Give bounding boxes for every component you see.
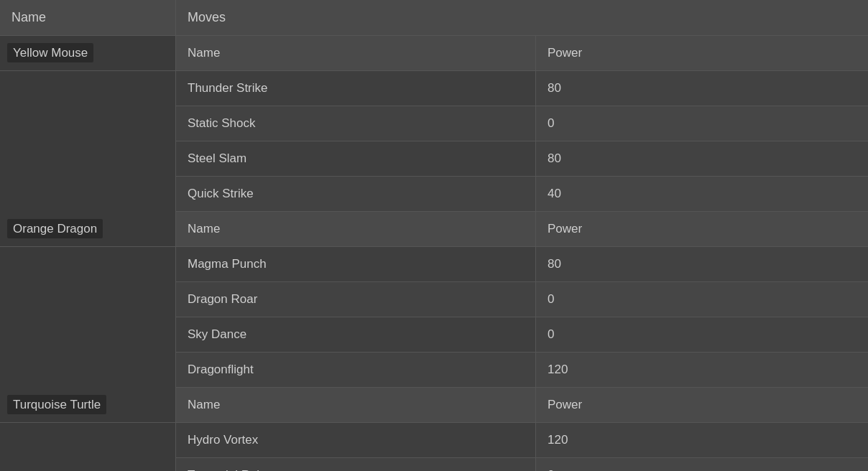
creature-block-0: Yellow MouseNamePowerThunder Strike80Sta… (0, 36, 868, 212)
move-name-0-1: Static Shock (176, 106, 536, 141)
main-name-header: Name (0, 0, 176, 35)
moves-section-1: NamePowerMagma Punch80Dragon Roar0Sky Da… (176, 212, 868, 388)
creature-name-wrapper-1: Orange Dragon (0, 212, 176, 388)
move-name-1-1: Dragon Roar (176, 282, 536, 317)
move-row-2-0: Hydro Vortex120 (176, 423, 868, 458)
creature-name-inner-2: Turquoise Turtle (0, 388, 175, 423)
moves-header-0: NamePower (176, 36, 868, 71)
move-row-0-0: Thunder Strike80 (176, 71, 868, 106)
move-row-0-2: Steel Slam80 (176, 141, 868, 177)
main-header-row: Name Moves (0, 0, 868, 36)
move-row-1-1: Dragon Roar0 (176, 282, 868, 317)
move-power-1-0: 80 (536, 247, 868, 281)
moves-header-1: NamePower (176, 212, 868, 247)
move-name-0-2: Steel Slam (176, 141, 536, 176)
moves-section-0: NamePowerThunder Strike80Static Shock0St… (176, 36, 868, 212)
creature-name-2: Turquoise Turtle (7, 395, 106, 414)
move-power-1-1: 0 (536, 282, 868, 317)
creature-name-inner-1: Orange Dragon (0, 212, 175, 247)
move-name-1-0: Magma Punch (176, 247, 536, 281)
creature-name-inner-0: Yellow Mouse (0, 36, 175, 71)
creature-name-0: Yellow Mouse (7, 43, 93, 62)
move-name-0-0: Thunder Strike (176, 71, 536, 106)
creature-name-1: Orange Dragon (7, 219, 103, 238)
move-power-0-3: 40 (536, 177, 868, 211)
move-row-0-1: Static Shock0 (176, 106, 868, 141)
move-power-2-0: 120 (536, 423, 868, 457)
move-row-1-0: Magma Punch80 (176, 247, 868, 282)
move-name-0-3: Quick Strike (176, 177, 536, 211)
moves-header-2: NamePower (176, 388, 868, 423)
moves-name-header-2: Name (176, 388, 536, 422)
main-table: Name Moves Yellow MouseNamePowerThunder … (0, 0, 868, 471)
move-row-2-1: Torrential Rain0 (176, 458, 868, 471)
move-name-1-3: Dragonflight (176, 353, 536, 387)
creature-block-2: Turquoise TurtleNamePowerHydro Vortex120… (0, 388, 868, 471)
moves-power-header-1: Power (536, 212, 868, 246)
move-power-1-2: 0 (536, 317, 868, 352)
move-power-2-1: 0 (536, 458, 868, 471)
move-row-0-3: Quick Strike40 (176, 177, 868, 212)
move-power-0-2: 80 (536, 141, 868, 176)
moves-section-2: NamePowerHydro Vortex120Torrential Rain0… (176, 388, 868, 471)
move-power-0-1: 0 (536, 106, 868, 141)
moves-power-header-0: Power (536, 36, 868, 70)
move-power-0-0: 80 (536, 71, 868, 106)
move-name-1-2: Sky Dance (176, 317, 536, 352)
move-name-2-1: Torrential Rain (176, 458, 536, 471)
moves-name-header-0: Name (176, 36, 536, 70)
main-moves-header: Moves (176, 0, 868, 35)
creature-name-wrapper-0: Yellow Mouse (0, 36, 176, 212)
move-row-1-2: Sky Dance0 (176, 317, 868, 353)
moves-power-header-2: Power (536, 388, 868, 422)
move-row-1-3: Dragonflight120 (176, 353, 868, 388)
creatures-container: Yellow MouseNamePowerThunder Strike80Sta… (0, 36, 868, 471)
move-power-1-3: 120 (536, 353, 868, 387)
move-name-2-0: Hydro Vortex (176, 423, 536, 457)
creature-name-wrapper-2: Turquoise Turtle (0, 388, 176, 471)
creature-block-1: Orange DragonNamePowerMagma Punch80Drago… (0, 212, 868, 388)
moves-name-header-1: Name (176, 212, 536, 246)
